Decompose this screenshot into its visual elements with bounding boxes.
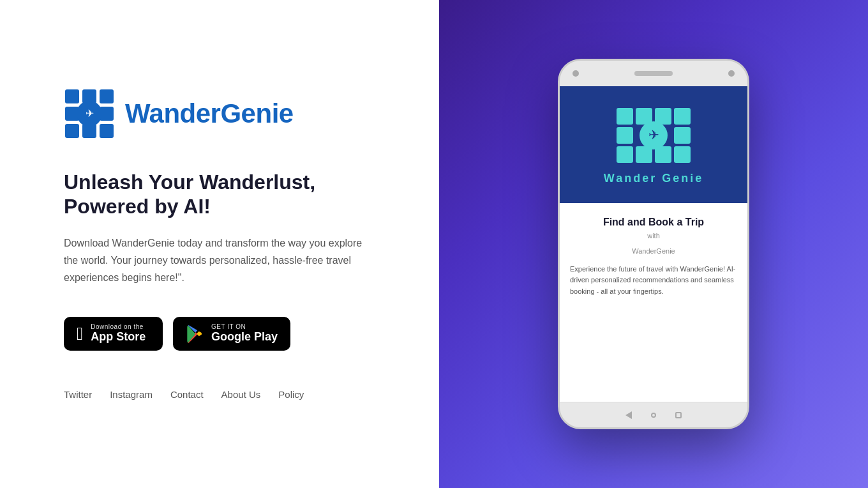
google-play-icon [186, 325, 204, 343]
svg-rect-6 [100, 107, 114, 121]
app-description: Experience the future of travel with Wan… [570, 264, 737, 298]
phone-camera [572, 70, 579, 77]
back-button-icon [625, 411, 632, 419]
svg-text:✈: ✈ [86, 108, 94, 119]
app-logo: ✈ [615, 107, 692, 164]
svg-rect-21 [674, 146, 691, 163]
svg-rect-10 [617, 108, 633, 125]
app-find-title: Find and Book a Trip [570, 216, 737, 229]
store-buttons:  Download on the App Store GET IT ON Go… [64, 317, 375, 351]
googleplay-text: GET IT ON Google Play [211, 323, 278, 344]
left-panel: ✈ WanderGenie Unleash Your Wanderlust, P… [0, 0, 439, 488]
svg-text:✈: ✈ [648, 128, 659, 142]
svg-rect-14 [617, 127, 633, 144]
phone-bottom-bar [560, 402, 747, 427]
appstore-large-label: App Store [91, 330, 146, 344]
svg-rect-9 [100, 124, 114, 138]
svg-rect-18 [617, 146, 633, 163]
footer-link-instagram[interactable]: Instagram [110, 389, 153, 400]
phone-speaker [634, 71, 673, 76]
appstore-button[interactable]:  Download on the App Store [64, 317, 163, 351]
svg-rect-17 [674, 127, 691, 144]
svg-rect-19 [636, 146, 652, 163]
tagline: Unleash Your Wanderlust, Powered by AI! [64, 170, 375, 219]
googleplay-small-label: GET IT ON [211, 323, 278, 330]
footer-links: Twitter Instagram Contact About Us Polic… [64, 389, 375, 400]
svg-rect-13 [674, 108, 691, 125]
footer-link-contact[interactable]: Contact [170, 389, 204, 400]
phone-mockup: ✈ Wander Genie Find and Book a Trip with… [558, 59, 749, 429]
phone-sensor [728, 70, 735, 77]
svg-rect-0 [65, 89, 79, 103]
appstore-text: Download on the App Store [91, 323, 146, 344]
phone-screen: ✈ Wander Genie Find and Book a Trip with… [560, 86, 747, 402]
phone-top-bar [560, 61, 747, 86]
footer-link-policy[interactable]: Policy [278, 389, 304, 400]
home-button-icon [651, 413, 656, 418]
footer-link-about-us[interactable]: About Us [221, 389, 261, 400]
description: Download WanderGenie today and transform… [64, 234, 375, 287]
logo-section: ✈ WanderGenie [64, 88, 375, 139]
svg-rect-2 [100, 89, 114, 103]
right-panel: ✈ Wander Genie Find and Book a Trip with… [439, 0, 868, 488]
footer-link-twitter[interactable]: Twitter [64, 389, 92, 400]
app-screen-header: ✈ Wander Genie [560, 86, 747, 203]
appstore-small-label: Download on the [91, 323, 146, 330]
app-with-label: with [570, 232, 737, 240]
recents-button-icon [675, 412, 682, 418]
googleplay-large-label: Google Play [211, 330, 278, 344]
svg-rect-20 [655, 146, 671, 163]
svg-rect-8 [82, 124, 96, 138]
wandergenie-logo-icon: ✈ [64, 88, 115, 139]
app-wander-genie-label: WanderGenie [570, 247, 737, 255]
app-body: Find and Book a Trip with WanderGenie Ex… [560, 203, 747, 310]
logo-text: WanderGenie [125, 98, 294, 129]
googleplay-button[interactable]: GET IT ON Google Play [173, 317, 290, 351]
app-brand-name: Wander Genie [604, 172, 703, 185]
apple-icon:  [77, 325, 83, 343]
svg-rect-7 [65, 124, 79, 138]
